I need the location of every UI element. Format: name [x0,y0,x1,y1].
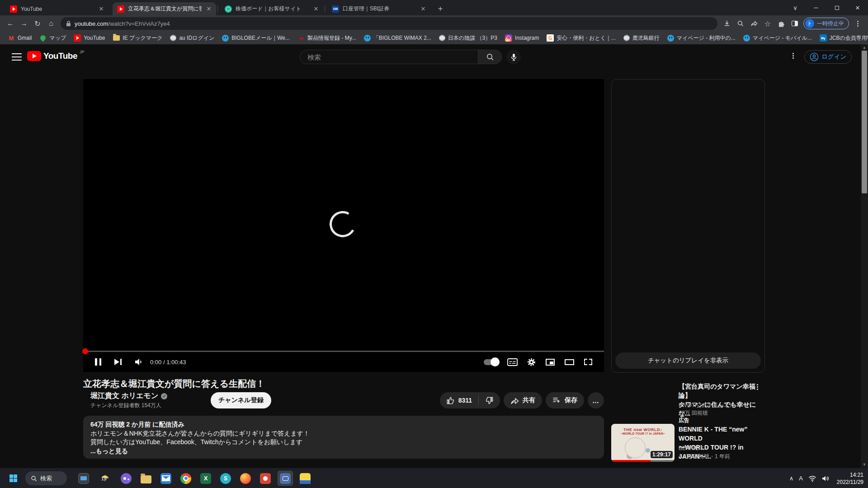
new-tab-button[interactable]: ＋ [435,3,446,14]
tab-stock-board[interactable]: 株価ボード｜お客様サイト ✕ [220,2,323,15]
recommended-thumbnail[interactable]: THE new WORLD♪ ~WORLD TOUR !? in JAPAN~ … [611,424,675,462]
more-actions-button[interactable]: … [588,392,604,408]
home-button[interactable]: ⌂ [44,17,58,30]
recommendation-menu-icon[interactable] [757,384,758,390]
tab-sbi-account[interactable]: 口座管理｜SBI証券 ✕ [327,2,430,15]
subscribe-button[interactable]: チャンネル登録 [211,392,271,408]
bookmark-mypage-riyou[interactable]: マイページ - 利用中の... [664,33,739,43]
video-player[interactable]: 0:00 / 1:00:43 [83,79,604,372]
dislike-button[interactable] [479,392,500,408]
bookmark-kagoshima-bank[interactable]: 鹿児島銀行 [620,33,663,43]
guide-menu-icon[interactable] [12,53,22,61]
forward-button[interactable]: → [17,17,31,30]
wifi-icon[interactable] [808,475,816,482]
address-bar[interactable]: youtube.com/watch?v=EhVviAz7ye4 [61,17,717,30]
voice-search-button[interactable] [506,50,521,64]
tab-current-video[interactable]: 立花孝志＆堀江貴文が質問に答え ✕ [113,2,216,15]
start-button[interactable] [5,471,21,486]
taskbar-app-explorer[interactable] [138,471,154,486]
profile-chip-sync-paused[interactable]: ト 一時停止中 [803,18,849,29]
taskbar-app-excel[interactable]: X [198,471,213,486]
taskbar-app-desktop[interactable] [76,471,91,486]
tab-search-chevron-icon[interactable]: ∨ [785,0,806,15]
scrollbar-up-arrow[interactable]: ▲ [863,44,867,51]
search-box[interactable] [300,50,478,64]
taskbar-weather-widget[interactable]: ☂ 19° [94,471,116,486]
tab-close-icon[interactable]: ✕ [312,5,320,13]
tab-title: 立花孝志＆堀江貴文が質問に答え [128,5,202,13]
subtitles-button[interactable] [505,352,520,372]
autoplay-toggle[interactable] [481,352,501,372]
bookmark-star-icon[interactable]: ☆ [761,17,774,30]
extensions-puzzle-icon[interactable] [774,17,788,30]
reload-button[interactable]: ↻ [31,17,44,30]
share-button[interactable]: 共有 [504,392,542,408]
bookmark-jcb[interactable]: JCBの会員専用WEB... [816,33,868,43]
window-close-button[interactable]: ✕ [847,0,868,15]
side-panel-icon[interactable] [788,17,802,30]
save-button[interactable]: 保存 [546,392,584,408]
tab-close-icon[interactable]: ✕ [98,5,105,13]
like-button[interactable]: 8311 [440,392,478,408]
tray-overflow-chevron-icon[interactable]: ∧ [789,475,794,482]
taskbar-app-active[interactable] [278,471,293,486]
youtube-settings-menu-icon[interactable] [793,53,794,59]
back-button[interactable]: ← [4,17,17,30]
taskbar-app-firefox[interactable] [238,471,253,486]
find-in-page-icon[interactable] [734,17,747,30]
fullscreen-button[interactable] [580,352,596,372]
search-icon [31,475,37,482]
bookmark-ie-folder[interactable]: IE ブックマーク [109,33,165,43]
show-more-link[interactable]: ...もっと見る [90,447,597,456]
youtube-logo[interactable]: YouTube JP [27,51,84,61]
bookmark-instagram[interactable]: Instagram [502,33,542,43]
bookmark-biglobe-mail[interactable]: BIGLOBEメール｜We... [219,33,293,43]
taskbar-app-chrome[interactable] [178,471,193,486]
taskbar-app-photos[interactable] [258,471,273,486]
pause-button[interactable] [91,352,105,372]
settings-gear-icon[interactable] [524,352,539,372]
downloads-icon[interactable] [720,17,734,30]
volume-button[interactable] [131,352,146,372]
login-button[interactable]: ログイン [804,50,852,64]
taskbar-app-skype[interactable]: S [218,471,233,486]
bookmark-maps[interactable]: マップ [36,33,69,43]
window-maximize-button[interactable] [826,0,847,15]
search-button[interactable] [478,50,502,64]
bookmark-nihon-no-inbou[interactable]: 日本の陰謀 （3）P3 [436,33,500,43]
description-box[interactable]: 64万 回視聴 2 か月前 に配信済み ホリエモン＆NHK党立花さんが皆さんから… [83,416,604,459]
taskbar-clock[interactable]: 14:21 2022/11/29 [837,471,863,486]
next-button[interactable] [111,352,125,372]
taskbar-search[interactable]: 検索 [25,471,67,485]
scrollbar-down-arrow[interactable]: ▼ [863,461,867,468]
share-page-icon[interactable] [747,17,761,30]
tab-close-icon[interactable]: ✕ [205,5,212,13]
scrollbar-thumb[interactable] [862,51,867,193]
bookmark-product-register[interactable]: 製品情報登録 - My... [294,33,359,43]
bookmark-mypage-mobile[interactable]: マイページ - モバイル... [740,33,815,43]
taskbar-app-sticky-notes[interactable] [297,471,313,486]
ime-indicator[interactable]: A [799,475,803,482]
window-minimize-button[interactable] [806,0,826,15]
youtube-page: YouTube JP ログイン [0,44,868,468]
page-scrollbar[interactable]: ▲ ▼ [861,44,868,468]
miniplayer-button[interactable] [542,352,558,372]
taskbar-app-people[interactable] [118,471,134,486]
bookmark-au-id[interactable]: au IDログイン [167,33,217,43]
recommended-channel[interactable]: PIVOT 公式チャンネル [679,402,760,409]
hide-chat-replay-button[interactable]: チャットのリプレイを非表示 [615,352,761,369]
theater-mode-button[interactable] [561,352,577,372]
channel-info[interactable]: 堀江貴文 ホリエモン ✓ チャンネル登録者数 154万人 [90,391,211,409]
bookmark-gmail[interactable]: Gmail [5,33,35,43]
bookmark-youtube[interactable]: YouTube [71,33,108,43]
recommended-channel[interactable]: BENNIE K ♪ [679,445,760,451]
browser-menu-icon[interactable] [851,17,864,30]
search-input[interactable] [307,53,471,61]
tab-youtube-home[interactable]: YouTube ✕ [5,2,108,15]
taskbar-app-mail[interactable] [158,471,174,486]
tab-close-icon[interactable]: ✕ [420,5,427,13]
bookmark-anshin-benri[interactable]: 安心・便利・おとく｜... [543,33,619,43]
channel-name[interactable]: 堀江貴文 ホリエモン [90,391,158,401]
bookmark-wimax[interactable]: 「BIGLOBE WiMAX 2... [361,33,434,43]
speaker-icon[interactable] [822,475,829,482]
